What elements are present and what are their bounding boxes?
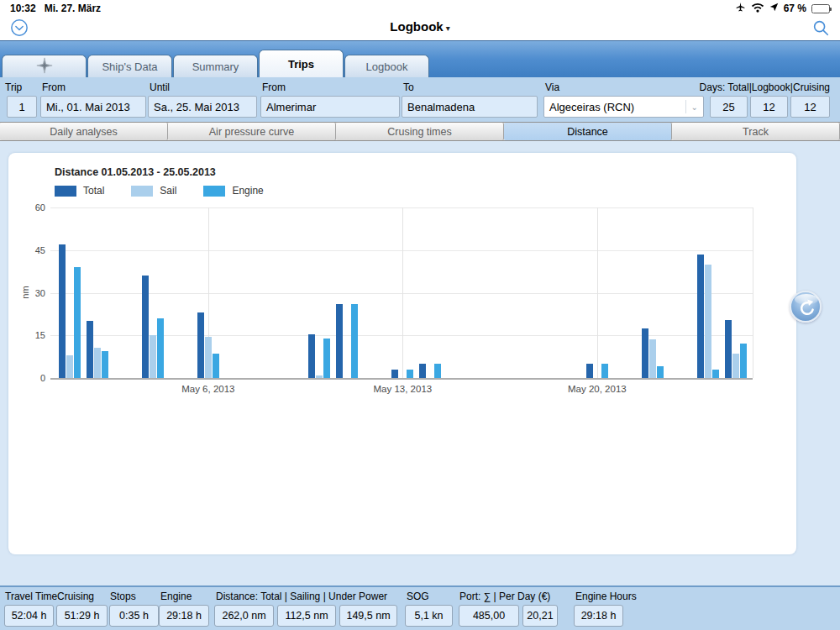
subtab-track[interactable]: Track	[672, 123, 840, 140]
bar-sail-may-2	[94, 348, 101, 378]
chevron-down-icon[interactable]: ⌄	[685, 100, 698, 113]
tab-ship-s-data[interactable]: Ship's Data	[87, 55, 172, 77]
bar-engine-may-24	[712, 370, 719, 378]
x-tick-may-20-2013: May 20, 2013	[547, 384, 648, 394]
tab-label: Ship's Data	[102, 60, 157, 73]
bar-sail-may-1	[66, 355, 73, 378]
plot-right-border	[753, 207, 753, 378]
footer-label-travel-time: Travel Time	[5, 591, 57, 602]
bar-engine-may-4	[157, 318, 164, 378]
legend-label-engine: Engine	[232, 185, 263, 197]
refresh-button[interactable]	[790, 291, 822, 323]
bar-total-may-25	[725, 320, 732, 378]
footer-value-engine-hours: 29:18 h	[574, 605, 623, 627]
legend-label-sail: Sail	[160, 185, 176, 197]
nav-bar: Logbook▾	[0, 17, 840, 40]
status-bar: 10:32 Mi. 27. März 67 %	[0, 0, 840, 17]
y-tick-15: 15	[20, 330, 45, 340]
field-until[interactable]: Sa., 25. Mai 2013	[148, 96, 257, 118]
y-axis-label: nm	[20, 286, 30, 298]
footer-label-port-per-day: Port: ∑ | Per Day (€)	[459, 591, 550, 602]
bar-engine-may-11	[351, 304, 358, 378]
field-days-total-logbook-cruising-0[interactable]: 25	[710, 96, 748, 118]
bar-engine-may-10	[323, 339, 330, 378]
footer-value-port-per-day-0: 485,00	[459, 605, 519, 627]
column-label-trip: Trip	[5, 81, 22, 93]
trip-record-bar: Trip1FromMi., 01. Mai 2013UntilSa., 25. …	[0, 77, 840, 122]
tab-label: Summary	[192, 60, 239, 73]
legend-label-total: Total	[83, 185, 104, 197]
footer-label-distance-total-sailing-under-power: Distance: Total | Sailing | Under Power	[216, 591, 387, 602]
field-days-total-logbook-cruising-1[interactable]: 12	[750, 96, 788, 118]
field-from[interactable]: Mi., 01. Mai 2013	[40, 96, 146, 118]
field-to[interactable]: Benalmadena	[402, 96, 538, 118]
footer-value-cruising: 51:29 h	[56, 605, 108, 627]
battery-percent: 67 %	[784, 3, 806, 14]
footer-value-distance-total-sailing-under-power-1: 112,5 nm	[277, 605, 336, 627]
bar-engine-may-14	[434, 364, 441, 378]
chart-title: Distance 01.05.2013 - 25.05.2013	[55, 166, 216, 178]
subtab-distance[interactable]: Distance	[504, 123, 672, 140]
footer-value-distance-total-sailing-under-power-2: 149,5 nm	[339, 605, 397, 627]
bar-total-may-2	[87, 321, 93, 378]
field-via[interactable]: Algeceiras (RCN)⌄	[543, 96, 704, 118]
bar-total-may-6	[197, 312, 204, 378]
main-toolbar: Ship's DataSummaryTripsLogbook	[0, 40, 840, 77]
bar-sail-may-6	[205, 337, 212, 378]
column-label-via: Via	[545, 81, 559, 93]
bar-engine-may-1	[74, 267, 81, 378]
field-value: Algeceiras (RCN)	[549, 101, 634, 113]
distance-chart-panel: Distance 01.05.2013 - 25.05.2013 TotalSa…	[8, 153, 796, 554]
location-icon	[769, 3, 779, 14]
tab-label: Trips	[288, 58, 314, 71]
bar-sail-may-10	[316, 375, 323, 378]
status-time: 10:32	[10, 3, 36, 14]
bar-sail-may-4	[150, 335, 156, 378]
footer-label-sog: SOG	[407, 591, 429, 602]
column-label-from: From	[262, 81, 286, 93]
tab-compass[interactable]	[2, 55, 87, 77]
tab-label: Logbook	[366, 60, 408, 73]
x-tick-may-6-2013: May 6, 2013	[158, 384, 259, 394]
tab-trips[interactable]: Trips	[259, 50, 344, 77]
page-title[interactable]: Logbook▾	[0, 19, 840, 34]
footer-label-engine: Engine	[160, 591, 192, 602]
tab-summary[interactable]: Summary	[173, 55, 258, 77]
battery-icon	[811, 4, 830, 13]
x-axis-line	[50, 378, 753, 380]
bar-engine-may-25	[740, 344, 747, 378]
content-area: Distance 01.05.2013 - 25.05.2013 TotalSa…	[0, 141, 840, 585]
subtab-air-pressure-curve[interactable]: Air pressure curve	[168, 123, 336, 140]
bar-engine-may-6	[213, 354, 219, 378]
status-date: Mi. 27. März	[45, 3, 101, 14]
gridline-x-may-13-2013	[402, 207, 403, 378]
tab-logbook[interactable]: Logbook	[344, 55, 429, 77]
y-tick-60: 60	[20, 202, 45, 213]
bar-total-may-22	[642, 328, 648, 378]
bar-total-may-20	[586, 364, 593, 378]
compass-icon	[35, 56, 54, 77]
bar-engine-may-13	[407, 370, 413, 378]
footer-label-stops: Stops	[110, 591, 136, 602]
column-label-days-total-logbook-cruising: Days: Total|Logbook|Cruising	[700, 81, 830, 93]
airplane-mode-icon	[735, 2, 746, 15]
y-tick-0: 0	[20, 373, 45, 383]
bar-engine-may-20	[601, 364, 608, 378]
legend-swatch-sail	[131, 186, 153, 197]
footer-value-travel-time: 52:04 h	[4, 605, 54, 627]
chart-legend: TotalSailEngine	[55, 185, 291, 197]
legend-swatch-total	[55, 186, 76, 197]
bar-total-may-1	[59, 244, 66, 378]
subtab-crusing-times[interactable]: Crusing times	[336, 123, 504, 140]
footer-value-engine: 29:18 h	[159, 605, 209, 627]
bar-total-may-10	[308, 334, 315, 378]
footer-label-cruising: Cruising	[57, 591, 94, 602]
search-icon[interactable]	[811, 18, 830, 37]
field-trip[interactable]: 1	[7, 96, 37, 118]
bar-engine-may-22	[657, 366, 664, 378]
field-days-total-logbook-cruising-2[interactable]: 12	[790, 96, 830, 118]
y-tick-45: 45	[20, 245, 45, 255]
column-label-to: To	[403, 81, 414, 93]
subtab-daily-analyses[interactable]: Daily analyses	[0, 123, 168, 140]
field-from[interactable]: Almerimar	[260, 96, 400, 118]
